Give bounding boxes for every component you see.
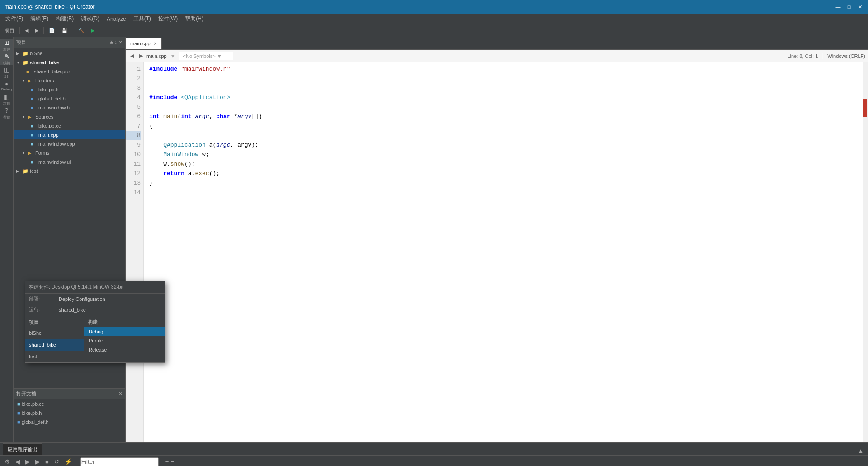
debug-icon: ● [5, 81, 8, 86]
tree-item-mainwindow-cpp[interactable]: ■ mainwindow.cpp [14, 139, 125, 148]
close-button[interactable]: ✕ [856, 3, 863, 10]
menu-item-b[interactable]: 构建(B) [52, 14, 77, 24]
save-button[interactable]: 💾 [59, 27, 71, 34]
new-file-button[interactable]: 📄 [46, 27, 58, 34]
project-bishe[interactable]: biShe [25, 327, 84, 339]
code-container[interactable]: 12345 678910 11121314 #include "mainwind… [126, 62, 868, 442]
output-run-button[interactable]: ▶ [33, 457, 42, 466]
nav-forward-button[interactable]: ▶ [32, 27, 41, 34]
output-stop-button[interactable]: ■ [43, 457, 51, 466]
deploy-value: Deploy Configuration [59, 296, 105, 302]
project-sync-button[interactable]: ↕ [115, 39, 118, 45]
tree-item-global-def-h[interactable]: ■ global_def.h [14, 94, 125, 103]
tree-label: shared_bike [30, 60, 59, 65]
sidebar-welcome[interactable]: ⊞ 欢迎 [0, 39, 13, 52]
code-editor[interactable]: #include "mainwindow.h" #include <QAppli… [144, 62, 863, 442]
menu-item-h[interactable]: 帮助(H) [181, 14, 207, 24]
encoding-label: Windows (CRLF) [827, 53, 865, 59]
editor-scrollbar[interactable] [863, 62, 868, 442]
main-layout: ⊞ 欢迎 ✎ 编辑 ◫ 设计 ● Debug ◧ 项目 ? 帮助 项目 ⊞ [0, 37, 868, 442]
sidebar-design[interactable]: ◫ 设计 [0, 66, 13, 79]
output-attach-button[interactable]: ⚡ [63, 457, 74, 466]
bottom-output-toolbar: ⚙ ◀ ▶ ▶ ■ ↺ ⚡ + − [0, 456, 868, 466]
project-panel: 项目 ⊞ ↕ ✕ ▶ 📁 biShe ▼ 📁 shared_bike ■ [14, 37, 126, 442]
cpp-file-icon: ■ [31, 141, 37, 147]
line-info: Line: 8, Col: 1 [787, 53, 818, 59]
build-config-popup[interactable]: 构建套件: Desktop Qt 5.14.1 MinGW 32-bit 部署:… [25, 281, 165, 363]
editor-tab-bar: main.cpp ✕ [126, 37, 868, 50]
tree-label: global_def.h [38, 96, 66, 101]
nav-back-button[interactable]: ◀ [22, 27, 31, 34]
sidebar-debug[interactable]: ● Debug [0, 80, 13, 92]
build-config-projects-build: 项目 biShe shared_bike test 构建 Debug Profi… [25, 315, 165, 362]
tree-label: Sources [35, 114, 53, 119]
tree-item-bike-pb-h[interactable]: ■ bike.pb.h [14, 85, 125, 94]
sidebar-help[interactable]: ? 帮助 [0, 107, 13, 119]
cc-file-icon: ■ [31, 123, 37, 128]
project-test[interactable]: test [25, 351, 84, 362]
project-shared-bike[interactable]: shared_bike [25, 339, 84, 351]
open-file-global-def-h[interactable]: ■ global_def.h [14, 418, 125, 427]
sidebar-edit[interactable]: ✎ 编辑 [0, 52, 13, 65]
edit-icon: ✎ [4, 52, 9, 60]
tree-label: Forms [35, 150, 49, 156]
bottom-tab-app-output[interactable]: 应用程序输出 [3, 443, 42, 455]
menu-item-w[interactable]: 控件(W) [155, 14, 181, 24]
menu-item-d[interactable]: 调试(D) [77, 14, 103, 24]
output-reload-button[interactable]: ↺ [52, 457, 61, 466]
run-button[interactable]: ▶ [88, 27, 97, 34]
editor-nav-forward[interactable]: ▶ [137, 52, 145, 60]
tree-item-mainwindow-ui[interactable]: ■ mainwindow.ui [14, 157, 125, 166]
sidebar-project[interactable]: ◧ 项目 [0, 93, 13, 106]
menu-item-f[interactable]: 文件(F) [2, 14, 27, 24]
tree-item-mainwindow-h[interactable]: ■ mainwindow.h [14, 103, 125, 112]
tree-item-bike-pb-cc[interactable]: ■ bike.pb.cc [14, 121, 125, 130]
h-file-icon: ■ [31, 105, 37, 110]
build-option-debug[interactable]: Debug [84, 327, 165, 336]
tab-close-button[interactable]: ✕ [153, 41, 157, 46]
maximize-button[interactable]: □ [845, 3, 853, 10]
open-file-label: global_def.h [22, 419, 49, 425]
toolbar-separator-3 [73, 27, 73, 34]
tree-item-main-cpp[interactable]: ■ main.cpp [14, 130, 125, 139]
build-option-profile[interactable]: Profile [84, 336, 165, 345]
editor-area: main.cpp ✕ ◀ ▶ main.cpp ▼ <No Symbols> ▼… [126, 37, 868, 442]
toolbar-separator [19, 27, 20, 34]
open-file-bike-pb-h[interactable]: ■ bike.pb.h [14, 409, 125, 418]
menu-item-analyze[interactable]: Analyze [103, 15, 130, 23]
open-files-title: 打开文档 [16, 390, 36, 397]
design-icon: ◫ [4, 66, 9, 73]
open-file-bike-pb-cc[interactable]: ■ bike.pb.cc [14, 399, 125, 409]
folder-icon: ▶ [28, 114, 34, 120]
editor-nav-back[interactable]: ◀ [128, 52, 136, 60]
minimize-button[interactable]: — [835, 3, 842, 10]
tree-item-headers[interactable]: ▼ ▶ Headers [14, 76, 125, 85]
build-option-release[interactable]: Release [84, 345, 165, 354]
tree-item-sources[interactable]: ▼ ▶ Sources [14, 112, 125, 121]
output-settings-button[interactable]: ⚙ [3, 457, 12, 466]
open-files-close[interactable]: ✕ [118, 391, 123, 397]
output-zoom-in[interactable]: + [165, 458, 169, 465]
project-filter-button[interactable]: ⊞ [109, 39, 113, 45]
tree-item-shared-bike-pro[interactable]: ■ shared_bike.pro [14, 67, 125, 76]
output-filter-input[interactable] [80, 457, 159, 466]
tree-item-bishe[interactable]: ▶ 📁 biShe [14, 49, 125, 58]
editor-tab-main-cpp[interactable]: main.cpp ✕ [126, 38, 162, 49]
bottom-panel-collapse[interactable]: ▲ [856, 447, 865, 455]
menu-item-t[interactable]: 工具(T) [130, 14, 155, 24]
toolbar: 项目 ◀ ▶ 📄 💾 🔨 ▶ [0, 24, 868, 37]
output-back-button[interactable]: ◀ [14, 457, 22, 466]
output-zoom-out[interactable]: − [170, 458, 174, 465]
build-button[interactable]: 🔨 [75, 27, 87, 34]
menu-item-e[interactable]: 编辑(E) [27, 14, 52, 24]
output-forward-button[interactable]: ▶ [24, 457, 32, 466]
tree-item-forms[interactable]: ▼ ▶ Forms [14, 148, 125, 157]
tree-item-shared-bike[interactable]: ▼ 📁 shared_bike [14, 58, 125, 67]
run-value: shared_bike [59, 307, 86, 313]
tree-label: bike.pb.h [38, 87, 59, 92]
window-controls: — □ ✕ [835, 3, 863, 10]
tree-item-test[interactable]: ▶ 📁 test [14, 166, 125, 176]
no-symbols-dropdown[interactable]: <No Symbols> ▼ [179, 52, 233, 60]
cpp-file-icon: ■ [31, 132, 37, 138]
project-close-button[interactable]: ✕ [118, 39, 123, 45]
